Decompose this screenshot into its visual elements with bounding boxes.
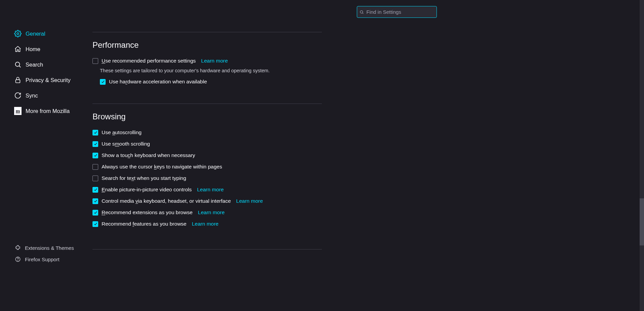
sidebar: General Home Search: [0, 18, 86, 271]
svg-point-0: [360, 10, 363, 13]
scrollbar-thumb[interactable]: [640, 198, 644, 245]
learn-more-link[interactable]: Learn more: [198, 209, 225, 216]
sidebar-item-label: More from Mozilla: [26, 108, 70, 114]
row-picture-in-picture: Enable picture-in-picture video controls…: [92, 187, 322, 193]
learn-more-link[interactable]: Learn more: [201, 58, 228, 64]
row-recommended-performance: Use recommended performance settings Lea…: [92, 58, 322, 64]
checkbox-recommend-features[interactable]: [92, 221, 98, 227]
help-icon: [15, 256, 21, 262]
sidebar-sub-label: Extensions & Themes: [25, 245, 74, 251]
performance-hint: These settings are tailored to your comp…: [100, 68, 322, 73]
row-cursor-keys: Always use the cursor keys to navigate w…: [92, 164, 322, 170]
row-touch-keyboard: Show a touch keyboard when necessary: [92, 152, 322, 158]
section-divider: [92, 104, 322, 104]
checkbox-smooth-scrolling[interactable]: [92, 141, 98, 147]
checkbox-recommended-performance[interactable]: [92, 58, 98, 64]
label-hardware-acceleration[interactable]: Use hardware acceleration when available: [109, 79, 207, 85]
sidebar-item-home[interactable]: Home: [0, 41, 86, 57]
learn-more-link[interactable]: Learn more: [236, 198, 263, 204]
label-recommended-performance[interactable]: Use recommended performance settings: [102, 58, 196, 64]
label-recommend-extensions[interactable]: Recommend extensions as you browse: [102, 209, 193, 216]
label-autoscrolling[interactable]: Use autoscrolling: [102, 129, 142, 135]
home-icon: [14, 45, 22, 53]
label-search-text[interactable]: Search for text when you start typing: [102, 175, 186, 181]
checkbox-hardware-acceleration[interactable]: [100, 79, 106, 85]
svg-point-2: [17, 33, 19, 35]
checkbox-touch-keyboard[interactable]: [92, 153, 98, 158]
puzzle-icon: [15, 245, 21, 251]
sidebar-item-label: Search: [26, 62, 43, 68]
checkbox-search-text[interactable]: [92, 176, 98, 181]
mozilla-icon: m: [14, 107, 22, 115]
sidebar-item-label: Sync: [26, 92, 38, 99]
sidebar-item-label: General: [26, 31, 45, 37]
scrollbar[interactable]: [640, 0, 644, 311]
sync-icon: [14, 92, 22, 99]
sidebar-item-search[interactable]: Search: [0, 57, 86, 72]
content-area: Performance Use recommended performance …: [86, 18, 644, 271]
sidebar-item-privacy[interactable]: Privacy & Security: [0, 72, 86, 88]
lock-icon: [14, 76, 22, 84]
checkbox-autoscrolling[interactable]: [92, 130, 98, 135]
label-picture-in-picture[interactable]: Enable picture-in-picture video controls: [102, 187, 192, 193]
sidebar-item-label: Privacy & Security: [26, 77, 71, 83]
section-title-browsing: Browsing: [92, 112, 322, 121]
sidebar-firefox-support[interactable]: Firefox Support: [0, 254, 86, 265]
search-input[interactable]: [357, 6, 437, 18]
checkbox-picture-in-picture[interactable]: [92, 187, 98, 193]
section-title-performance: Performance: [92, 40, 322, 50]
sidebar-item-general[interactable]: General: [0, 26, 86, 41]
checkbox-recommend-extensions[interactable]: [92, 210, 98, 216]
row-search-text: Search for text when you start typing: [92, 175, 322, 181]
gear-icon: [14, 30, 22, 37]
row-hardware-acceleration: Use hardware acceleration when available: [100, 79, 322, 85]
row-recommend-extensions: Recommend extensions as you browse Learn…: [92, 209, 322, 216]
sidebar-sub-label: Firefox Support: [25, 257, 60, 262]
svg-line-4: [19, 66, 21, 67]
svg-point-3: [15, 62, 20, 67]
label-control-media[interactable]: Control media via keyboard, headset, or …: [102, 198, 231, 204]
svg-point-7: [18, 260, 18, 261]
learn-more-link[interactable]: Learn more: [197, 187, 224, 193]
sidebar-extensions-themes[interactable]: Extensions & Themes: [0, 242, 86, 254]
row-smooth-scrolling: Use smooth scrolling: [92, 141, 322, 147]
checkbox-control-media[interactable]: [92, 198, 98, 204]
sidebar-item-sync[interactable]: Sync: [0, 88, 86, 103]
svg-rect-5: [16, 80, 20, 83]
label-touch-keyboard[interactable]: Show a touch keyboard when necessary: [102, 152, 195, 158]
label-recommend-features[interactable]: Recommend features as you browse: [102, 221, 186, 227]
magnifier-icon: [14, 61, 22, 68]
svg-line-1: [362, 13, 363, 13]
learn-more-link[interactable]: Learn more: [192, 221, 218, 227]
sidebar-item-more-mozilla[interactable]: m More from Mozilla: [0, 103, 86, 119]
search-icon: [359, 10, 364, 14]
label-cursor-keys[interactable]: Always use the cursor keys to navigate w…: [102, 164, 222, 170]
row-recommend-features: Recommend features as you browse Learn m…: [92, 221, 322, 227]
row-control-media: Control media via keyboard, headset, or …: [92, 198, 322, 204]
checkbox-cursor-keys[interactable]: [92, 164, 98, 170]
section-divider: [92, 32, 322, 32]
sidebar-item-label: Home: [26, 46, 40, 52]
section-divider: [92, 249, 322, 249]
label-smooth-scrolling[interactable]: Use smooth scrolling: [102, 141, 150, 147]
row-autoscrolling: Use autoscrolling: [92, 129, 322, 135]
